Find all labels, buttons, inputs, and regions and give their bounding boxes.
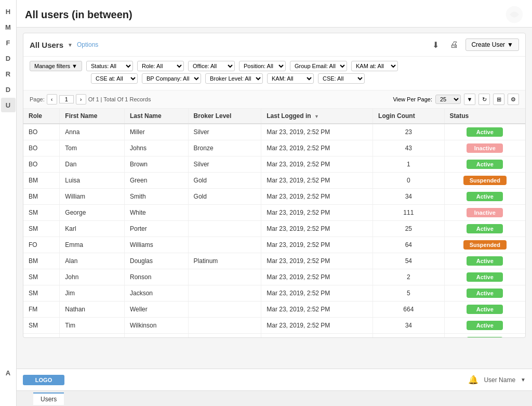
settings-icon[interactable]: ⚙ xyxy=(508,94,519,105)
table-row[interactable]: BO Dan Brown Silver Mar 23, 2019, 2:52 P… xyxy=(23,156,525,173)
col-login-count[interactable]: Login Count xyxy=(373,109,445,124)
cell-broker-level: Gold xyxy=(188,189,261,205)
col-status[interactable]: Status xyxy=(444,109,525,124)
columns-icon[interactable]: ⊞ xyxy=(493,94,504,105)
cell-status: Active xyxy=(444,124,525,140)
pagination-right: View Per Page: 25 50 100 ▼ ↻ ⊞ ⚙ xyxy=(393,94,519,105)
cell-broker-level xyxy=(188,318,261,334)
page-label: Page: xyxy=(30,96,45,102)
cell-last-name: Green xyxy=(124,173,188,189)
table-row[interactable]: BO Anna Miller Silver Mar 23, 2019, 2:52… xyxy=(23,124,525,140)
total-pages-label: Of 1 | Total Of 1 Records xyxy=(88,96,151,102)
table-row[interactable]: FM Alex Greyson Mar 23, 2019, 2:52 PM 12… xyxy=(23,334,525,338)
col-broker-level[interactable]: Broker Level xyxy=(188,109,261,124)
status-filter[interactable]: Status: All xyxy=(86,61,133,71)
pagination-left: Page: ‹ › Of 1 | Total Of 1 Records xyxy=(30,94,151,104)
cell-status: Active xyxy=(444,302,525,318)
cell-role: SM xyxy=(23,318,60,334)
table-row[interactable]: SM Tim Wilkinson Mar 23, 2019, 2:52 PM 3… xyxy=(23,318,525,334)
cell-last-name: Williams xyxy=(124,237,188,253)
filter-row-1: Manage filters ▼ Status: All Role: All O… xyxy=(30,61,519,71)
table-row[interactable]: SM Jim Jackson Mar 23, 2019, 2:52 PM 5 A… xyxy=(23,285,525,302)
broker-level-filter[interactable]: Broker Level: All xyxy=(205,73,263,84)
status-badge: Inactive xyxy=(467,208,503,217)
table-row[interactable]: BM Alan Douglas Platinum Mar 23, 2019, 2… xyxy=(23,253,525,269)
table-row[interactable]: BM Luisa Green Gold Mar 23, 2019, 2:52 P… xyxy=(23,173,525,189)
bp-company-filter[interactable]: BP Company: All xyxy=(142,73,201,84)
cell-broker-level xyxy=(188,237,261,253)
cell-login-count: 111 xyxy=(373,205,445,221)
sidebar-item-f[interactable]: F xyxy=(1,35,16,50)
table-row[interactable]: FO Emma Williams Mar 23, 2019, 2:52 PM 6… xyxy=(23,237,525,253)
download-icon[interactable]: ⬇ xyxy=(428,37,443,52)
user-dropdown-arrow[interactable]: ▼ xyxy=(521,377,526,383)
col-last-logged-in[interactable]: Last Logged in ▼ xyxy=(261,109,373,124)
cell-login-count: 23 xyxy=(373,124,445,140)
table-row[interactable]: SM John Ronson Mar 23, 2019, 2:52 PM 2 A… xyxy=(23,269,525,285)
group-email-filter[interactable]: Group Email: All xyxy=(290,61,347,71)
cell-role: FO xyxy=(23,237,60,253)
tab-users[interactable]: Users xyxy=(33,392,64,405)
cell-status: Inactive xyxy=(444,140,525,156)
cell-last-logged: Mar 23, 2019, 2:52 PM xyxy=(261,334,373,338)
cell-status: Suspended xyxy=(444,237,525,253)
sidebar-item-d2[interactable]: D xyxy=(1,82,16,97)
col-last-name[interactable]: Last Name xyxy=(124,109,188,124)
cell-last-name: Jackson xyxy=(124,285,188,302)
status-badge: Active xyxy=(467,256,503,266)
cell-first-name: William xyxy=(60,189,125,205)
table-row[interactable]: BO Tom Johns Bronze Mar 23, 2019, 2:52 P… xyxy=(23,140,525,156)
table-row[interactable]: SM Karl Porter Mar 23, 2019, 2:52 PM 25 … xyxy=(23,221,525,237)
cse-filter[interactable]: CSE: All xyxy=(318,73,365,84)
cell-login-count: 1 xyxy=(373,156,445,173)
per-page-select[interactable]: 25 50 100 xyxy=(435,95,461,104)
card-header-left: All Users ▼ Options xyxy=(30,41,98,49)
sidebar-item-r[interactable]: R xyxy=(1,67,16,81)
cell-first-name: George xyxy=(60,205,125,221)
cse-at-filter[interactable]: CSE at: All xyxy=(91,73,138,84)
cell-login-count: 12 xyxy=(373,334,445,338)
kam-at-filter[interactable]: KAM at: All xyxy=(351,61,398,71)
position-filter[interactable]: Position: All xyxy=(239,61,286,71)
manage-filters-button[interactable]: Manage filters ▼ xyxy=(30,61,82,71)
header-logo-icon xyxy=(505,5,524,24)
refresh-icon[interactable]: ↻ xyxy=(478,94,490,105)
create-user-dropdown-arrow: ▼ xyxy=(507,41,513,48)
create-user-button[interactable]: Create User ▼ xyxy=(466,38,519,51)
sidebar-item-d[interactable]: D xyxy=(1,51,16,66)
office-filter[interactable]: Office: All xyxy=(188,61,235,71)
filter-tool-icon[interactable]: ▼ xyxy=(464,94,475,105)
table-row[interactable]: FM Nathan Weller Mar 23, 2019, 2:52 PM 6… xyxy=(23,302,525,318)
col-first-name[interactable]: First Name xyxy=(60,109,125,124)
notification-bell-icon[interactable]: 🔔 xyxy=(468,375,478,385)
manage-filters-label: Manage filters xyxy=(34,63,70,69)
cell-broker-level xyxy=(188,334,261,338)
sidebar-item-u[interactable]: U xyxy=(1,98,16,112)
cell-status: Active xyxy=(444,253,525,269)
prev-page-button[interactable]: ‹ xyxy=(47,94,57,104)
print-icon[interactable]: 🖨 xyxy=(447,37,461,52)
cell-last-logged: Mar 23, 2019, 2:52 PM xyxy=(261,237,373,253)
sidebar-item-a[interactable]: A xyxy=(1,365,16,380)
kam-filter[interactable]: KAM: All xyxy=(267,73,314,84)
cell-last-logged: Mar 23, 2019, 2:52 PM xyxy=(261,124,373,140)
status-badge: Active xyxy=(467,224,503,233)
options-link[interactable]: Options xyxy=(77,41,98,48)
page-title: All users (in between) xyxy=(25,9,132,21)
role-filter[interactable]: Role: All xyxy=(137,61,184,71)
cell-last-logged: Mar 23, 2019, 2:52 PM xyxy=(261,221,373,237)
content-area: All Users ▼ Options ⬇ 🖨 Create User ▼ xyxy=(17,28,532,369)
view-per-page-label: View Per Page: xyxy=(393,96,432,102)
cell-last-logged: Mar 23, 2019, 2:52 PM xyxy=(261,156,373,173)
sidebar-item-h[interactable]: H xyxy=(1,4,16,19)
cell-login-count: 64 xyxy=(373,237,445,253)
sidebar-item-m[interactable]: M xyxy=(1,20,16,34)
next-page-button[interactable]: › xyxy=(76,94,86,104)
table-row[interactable]: BM William Smith Gold Mar 23, 2019, 2:52… xyxy=(23,189,525,205)
cell-status: Active xyxy=(444,156,525,173)
cell-status: Active xyxy=(444,221,525,237)
table-row[interactable]: SM George White Mar 23, 2019, 2:52 PM 11… xyxy=(23,205,525,221)
cell-role: BO xyxy=(23,124,60,140)
page-input[interactable] xyxy=(59,95,74,103)
status-badge: Active xyxy=(467,321,503,330)
